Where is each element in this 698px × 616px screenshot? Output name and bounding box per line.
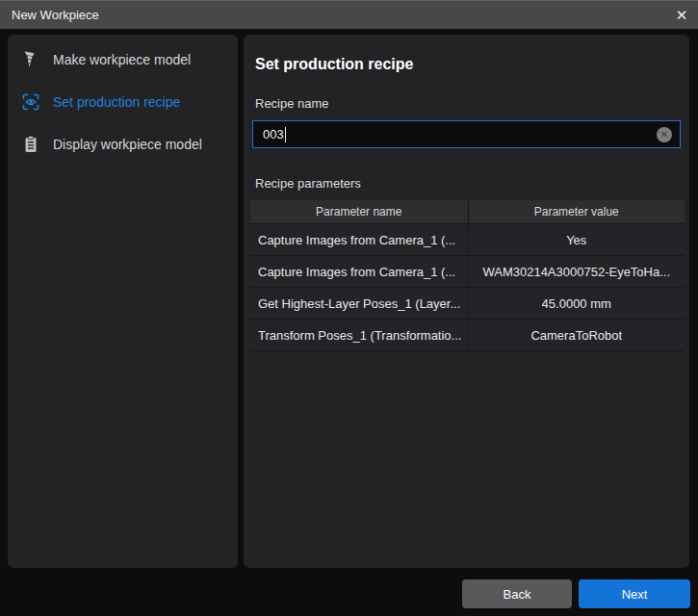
window-titlebar: New Workpiece ✕ <box>0 0 698 29</box>
sidebar-item-label: Display workpiece model <box>53 137 202 152</box>
param-value-cell: WAM30214A3000752-EyeToHa... <box>482 265 670 279</box>
clear-input-button[interactable]: ✕ <box>657 127 672 142</box>
close-icon: ✕ <box>676 7 688 24</box>
table-row[interactable]: Capture Images from Camera_1 (... Yes <box>250 223 685 255</box>
set-production-recipe-panel: Set production recipe Recipe name ✕ Reci… <box>244 35 689 568</box>
param-value-cell: Yes <box>566 233 586 247</box>
recipe-name-input-wrap: ✕ <box>252 120 681 148</box>
param-name-cell: Get Highest-Layer Poses_1 (Layer... <box>258 296 460 311</box>
sidebar-item-label: Make workpiece model <box>53 52 191 67</box>
sidebar-item-set-production-recipe[interactable]: Set production recipe <box>8 81 238 123</box>
param-value-cell: 45.0000 mm <box>542 296 611 311</box>
sidebar-item-make-workpiece-model[interactable]: Make workpiece model <box>8 38 238 81</box>
table-bottom-border <box>250 350 685 351</box>
param-value-cell: CameraToRobot <box>530 328 622 343</box>
recipe-parameters-label: Recipe parameters <box>255 176 361 191</box>
param-name-cell: Capture Images from Camera_1 (... <box>258 265 455 279</box>
close-button[interactable]: ✕ <box>665 1 698 30</box>
text-caret <box>285 127 286 142</box>
back-button[interactable]: Back <box>462 579 572 608</box>
recipe-parameters-table: Parameter name Parameter value Capture I… <box>250 200 685 351</box>
wizard-steps-sidebar: Make workpiece model Set production reci… <box>8 35 238 568</box>
recipe-name-input[interactable] <box>253 121 680 147</box>
page-title: Set production recipe <box>255 56 413 73</box>
table-row[interactable]: Capture Images from Camera_1 (... WAM302… <box>250 255 685 287</box>
table-header-row: Parameter name Parameter value <box>250 200 685 223</box>
column-header-parameter-value: Parameter value <box>468 200 685 223</box>
param-name-cell: Capture Images from Camera_1 (... <box>258 233 455 247</box>
sidebar-item-display-workpiece-model[interactable]: Display workpiece model <box>8 123 238 166</box>
scan-eye-icon <box>21 92 40 112</box>
clear-icon: ✕ <box>660 130 668 140</box>
window-title: New Workpiece <box>0 8 99 22</box>
screw-icon <box>21 50 40 69</box>
recipe-name-label: Recipe name <box>255 96 329 111</box>
table-row[interactable]: Transform Poses_1 (Transformatio... Came… <box>250 319 685 350</box>
sidebar-item-label: Set production recipe <box>53 94 180 110</box>
clipboard-icon <box>21 135 40 154</box>
column-header-parameter-name: Parameter name <box>250 200 468 223</box>
next-button[interactable]: Next <box>579 579 690 608</box>
table-row[interactable]: Get Highest-Layer Poses_1 (Layer... 45.0… <box>250 287 685 319</box>
param-name-cell: Transform Poses_1 (Transformatio... <box>258 328 461 343</box>
